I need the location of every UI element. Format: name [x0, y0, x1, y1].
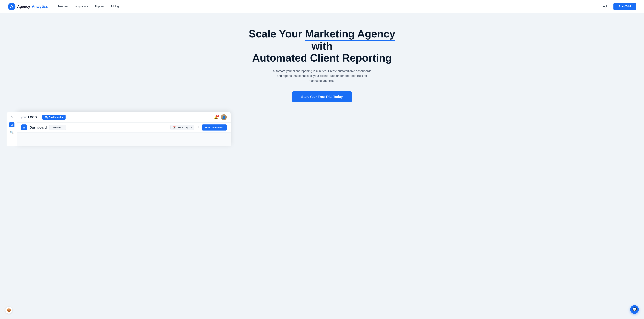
dashboard-preview: yourLOGO™ My Dashboard ▾ 🔔 1 👤 ⊞ Dashb: [17, 112, 231, 146]
dash-logo-area: yourLOGO™: [21, 116, 40, 119]
hero-title-highlight: Marketing Agency: [305, 28, 395, 40]
dashboard-content: [17, 132, 231, 146]
nav-link-pricing[interactable]: Pricing: [111, 5, 119, 8]
login-link[interactable]: Login: [602, 5, 608, 8]
overview-dropdown[interactable]: Overview ▾: [49, 125, 66, 130]
dropdown-chevron-icon: ▾: [62, 116, 63, 119]
nav-links: Features Integrations Reports Pricing: [58, 5, 602, 8]
download-icon[interactable]: ⬇: [197, 126, 199, 129]
logo-icon: [8, 3, 16, 10]
nav-link-features[interactable]: Features: [58, 5, 68, 8]
overview-chevron-icon: ▾: [62, 126, 64, 129]
edit-dashboard-button[interactable]: Edit Dashboard: [202, 124, 227, 130]
sidebar-search-icon[interactable]: 🔍: [10, 131, 14, 134]
cta-button[interactable]: Start Your Free Trial Today: [292, 91, 352, 102]
dashboard-grid-icon[interactable]: ⊞: [21, 124, 27, 130]
hero-title-part1: Scale Your: [249, 28, 305, 40]
dashboard-subheader: ⊞ Dashboard Overview ▾ 📅 Last 30 days ▾ …: [17, 123, 231, 132]
dashboard-title: Dashboard: [30, 126, 47, 129]
nav-link-integrations[interactable]: Integrations: [74, 5, 88, 8]
navbar: AgencyAnalytics Features Integrations Re…: [0, 0, 644, 13]
sidebar-grid-icon[interactable]: ⊞: [9, 122, 14, 127]
sidebar-home-icon[interactable]: ⌂: [11, 115, 13, 119]
user-avatar[interactable]: 👤: [221, 114, 227, 120]
my-dashboard-label: My Dashboard: [45, 116, 61, 119]
dash-logo-your: your: [21, 116, 27, 119]
logo-analytics-text: Analytics: [32, 4, 48, 9]
date-range-button[interactable]: 📅 Last 30 days ▾: [170, 125, 194, 130]
nav-right: Login Start Trial: [602, 3, 636, 10]
dash-logo-logo: LOGO: [28, 116, 37, 119]
hero-subtitle: Automate your client reporting in minute…: [271, 69, 373, 83]
svg-point-0: [8, 3, 16, 10]
hero-title-part2: with: [312, 40, 332, 52]
chat-bubble[interactable]: 💬: [630, 305, 639, 314]
calendar-icon: 📅: [173, 126, 176, 129]
avatar-icon: 👤: [222, 115, 226, 119]
date-chevron-icon: ▾: [190, 126, 192, 129]
nav-link-reports[interactable]: Reports: [95, 5, 104, 8]
my-dashboard-dropdown[interactable]: My Dashboard ▾: [42, 115, 66, 120]
hero-title-line2: Automated Client Reporting: [252, 52, 392, 64]
hero-section: Scale Your Marketing Agency with Automat…: [0, 13, 644, 155]
logo-link[interactable]: AgencyAnalytics: [8, 3, 48, 10]
hero-title: Scale Your Marketing Agency with Automat…: [248, 28, 396, 64]
bell-badge: 1: [216, 115, 219, 117]
start-trial-button[interactable]: Start Trial: [614, 3, 636, 10]
dashboard-topbar: yourLOGO™ My Dashboard ▾ 🔔 1 👤: [17, 112, 231, 123]
logo-agency-text: Agency: [17, 4, 30, 9]
dash-logo-tm: ™: [38, 116, 40, 118]
overview-label: Overview: [52, 126, 61, 129]
dashboard-left-sidebar: ⌂ ⊞ 🔍: [6, 112, 17, 146]
dashboard-preview-wrapper: ⌂ ⊞ 🔍 yourLOGO™ My Dashboard ▾ 🔔 1: [6, 112, 638, 146]
notification-bell-wrapper: 🔔 1: [214, 115, 218, 119]
date-range-label: Last 30 days: [176, 126, 190, 129]
cookie-button[interactable]: 🍪: [5, 307, 12, 314]
